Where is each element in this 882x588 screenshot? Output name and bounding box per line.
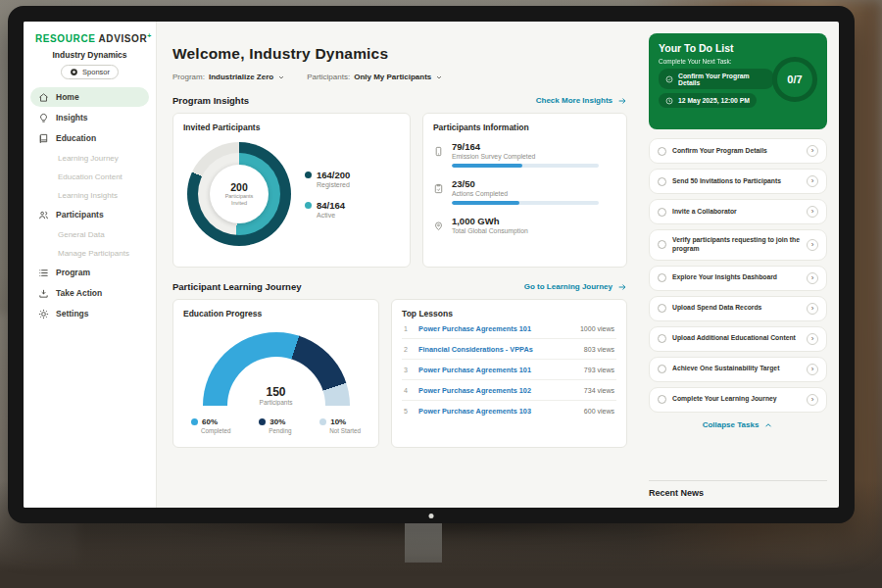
lesson-views: 803 views [584,346,614,353]
legend-value: 60% [202,417,218,426]
task-checkbox[interactable] [658,365,666,373]
task-label: Send 50 Invitations to Participants [672,177,801,186]
task-checkbox[interactable] [658,147,666,156]
task-checkbox[interactable] [658,240,666,249]
todo-task[interactable]: Upload Spend Data Records› [649,296,827,321]
todo-task[interactable]: Upload Additional Educational Content› [649,326,827,352]
sidebar-item-insights[interactable]: Insights [30,108,149,127]
go-to-learning-journey-link[interactable]: Go to Learning Journey [524,282,627,292]
legend-label: Registered [317,181,350,188]
sidebar-item-label: Learning Insights [58,191,118,200]
legend-item-completed: 60% Completed [191,417,230,434]
check-circle-icon [665,75,673,83]
chevron-down-icon[interactable] [435,74,443,81]
lesson-link[interactable]: Power Purchase Agreements 102 [418,386,577,395]
chevron-right-icon[interactable]: › [807,206,818,218]
gauge-center-value: 150 [203,385,350,399]
chevron-right-icon[interactable]: › [807,145,818,157]
chevron-down-icon[interactable] [277,74,285,81]
sidebar-nav: Home Insights Education Learning Journey [24,87,156,323]
task-checkbox[interactable] [658,273,666,282]
sponsor-badge[interactable]: Sponsor [61,65,119,79]
chevron-right-icon[interactable]: › [807,239,818,251]
legend-item-pending: 30% Pending [259,417,291,434]
gear-icon [38,309,49,319]
sponsor-label: Sponsor [82,68,110,76]
chevron-right-icon[interactable]: › [807,394,818,406]
filters-row: Program: Industrialize Zero Participants… [172,73,627,81]
sidebar-item-label: General Data [58,230,105,239]
sidebar-item-education[interactable]: Education [30,128,149,148]
sidebar-item-label: Education [56,133,96,143]
lesson-views: 1000 views [580,325,614,332]
sidebar-item-learning-journey[interactable]: Learning Journey [30,149,149,167]
sidebar-item-participants[interactable]: Participants [30,205,149,224]
todo-task[interactable]: Achieve One Sustainability Target› [649,357,827,382]
location-pin-icon [433,218,444,228]
sidebar-item-general-data[interactable]: General Data [30,225,149,243]
stat-label: Emission Survey Completed [452,153,599,160]
logo-advisor: ADVISOR [99,33,148,44]
task-checkbox[interactable] [658,304,666,313]
emission-progress-bar [452,164,599,168]
todo-task[interactable]: Explore Your Insights Dashboard› [649,266,827,291]
chevron-right-icon[interactable]: › [807,364,818,375]
chevron-right-icon[interactable]: › [807,175,818,187]
check-more-insights-link[interactable]: Check More Insights [536,96,627,106]
people-icon [38,210,49,220]
lesson-link[interactable]: Financial Considerations - VPPAs [418,345,577,354]
todo-task[interactable]: Invite a Collaborator› [649,199,827,224]
task-checkbox[interactable] [658,177,666,186]
legend-item-not-started: 10% Not Started [319,417,361,434]
brand-logo[interactable]: RESOURCE ADVISOR+ [24,22,156,48]
task-checkbox[interactable] [658,395,666,404]
todo-task[interactable]: Verify participants requesting to join t… [649,229,827,261]
task-label: Invite a Collaborator [672,208,801,217]
section-title: Program Insights [172,95,249,106]
program-filter[interactable]: Program: Industrialize Zero [172,73,285,81]
todo-next-task[interactable]: Confirm Your Program Details [659,69,774,89]
legend-dot [191,418,198,425]
task-label: Confirm Your Program Details [672,147,801,156]
clipboard-check-icon [433,180,444,191]
sidebar-item-take-action[interactable]: Take Action [30,283,149,303]
list-icon [38,268,49,278]
sidebar-item-label: Insights [56,113,88,122]
lesson-views: 734 views [584,387,614,394]
sidebar-item-settings[interactable]: Settings [30,304,149,323]
card-title: Top Lessons [402,309,616,318]
todo-panel: Your To Do List Complete Your Next Task:… [639,22,839,508]
todo-task[interactable]: Send 50 Invitations to Participants› [649,169,827,194]
chevron-right-icon[interactable]: › [807,303,818,315]
sidebar-item-education-content[interactable]: Education Content [30,168,149,185]
sidebar-item-learning-insights[interactable]: Learning Insights [30,186,149,204]
todo-task[interactable]: Confirm Your Program Details› [649,138,827,164]
legend-value: 164/200 [317,170,350,180]
link-label: Go to Learning Journey [524,282,612,291]
lesson-rank: 1 [404,325,412,332]
lesson-link[interactable]: Power Purchase Agreements 103 [418,407,577,416]
legend-dot [305,202,312,209]
sidebar-item-manage-participants[interactable]: Manage Participants [30,244,149,262]
lesson-link[interactable]: Power Purchase Agreements 101 [418,366,577,374]
logo-plus: + [147,32,152,39]
clock-icon [665,97,673,105]
chevron-right-icon[interactable]: › [807,333,818,345]
sidebar-item-home[interactable]: Home [30,87,149,107]
collapse-tasks-link[interactable]: Collapse Tasks [649,420,827,430]
lesson-row: 1 Power Purchase Agreements 101 1000 vie… [402,318,616,339]
gauge-center: 150 Participants [203,385,350,406]
chevron-right-icon[interactable]: › [807,272,818,284]
lesson-link[interactable]: Power Purchase Agreements 101 [418,324,573,333]
sidebar-item-program[interactable]: Program [30,263,149,282]
invited-participants-card: Invited Participants 200 Participants In… [172,113,411,268]
donut-center: 200 Participants Invited [210,165,269,223]
logo-resource: RESOURCE [35,33,95,44]
todo-title: Your To Do List [659,42,817,54]
task-checkbox[interactable] [658,334,666,343]
todo-task[interactable]: Complete Your Learning Journey› [649,387,827,413]
task-checkbox[interactable] [658,208,666,217]
card-title: Participants Information [433,122,616,132]
book-icon [38,133,49,144]
participants-filter[interactable]: Participants: Only My Participants [307,73,443,81]
